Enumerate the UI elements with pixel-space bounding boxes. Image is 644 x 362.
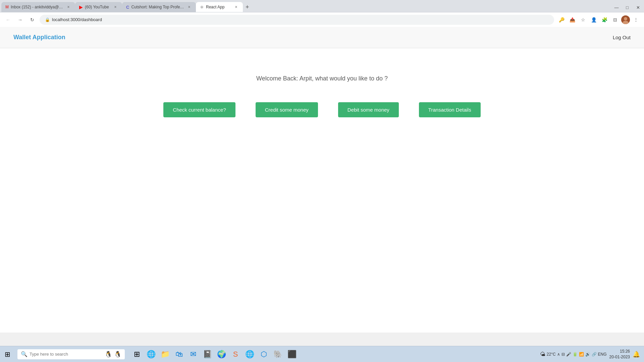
tab-youtube-close[interactable]: × [113, 4, 118, 10]
app-navbar: Wallet Application Log Out [0, 27, 644, 48]
react-favicon: ⚛ [200, 5, 204, 10]
tab-gmail[interactable]: M Inbox (152) - ankitviddya@gmai... × [1, 2, 75, 12]
language-label: ENG [598, 352, 607, 357]
window-controls: — □ ✕ [612, 3, 643, 12]
taskbar-store-icon[interactable]: 🛍 [172, 348, 186, 361]
tab-gmail-close[interactable]: × [66, 4, 71, 10]
youtube-favicon: ▶ [79, 4, 83, 10]
menu-icon[interactable]: ⋮ [631, 15, 641, 24]
key-icon[interactable]: 🔑 [557, 15, 566, 24]
tab-react-close[interactable]: × [233, 4, 239, 10]
taskview-icon[interactable]: ⊟ [561, 352, 565, 357]
date-display: 20-01-2023 [609, 354, 630, 360]
penguin-icon-2: 🐧 [114, 351, 121, 358]
chevron-up-icon[interactable]: ∧ [557, 352, 560, 357]
address-bar[interactable]: 🔒 [40, 15, 554, 25]
forward-button[interactable]: → [15, 15, 25, 24]
tab-cutshort-close[interactable]: × [186, 4, 192, 10]
taskbar-search-box[interactable]: 🔍 🐧 🐧 [17, 349, 125, 359]
mic-icon[interactable]: 🎤 [566, 352, 571, 357]
app-brand[interactable]: Wallet Application [13, 34, 65, 41]
check-balance-button[interactable]: Check current balance? [163, 102, 235, 117]
taskbar-evernote-icon[interactable]: 🐘 [271, 348, 284, 361]
tab-react-label: React App [206, 5, 231, 9]
system-clock: 15:26 20-01-2023 [609, 349, 630, 360]
temperature-label: 22°C [547, 352, 556, 357]
taskbar-sublime-icon[interactable]: S [229, 348, 242, 361]
action-buttons: Check current balance? Credit some money… [163, 102, 480, 117]
user-avatar[interactable] [621, 15, 630, 24]
taskbar-mail-icon[interactable]: ✉ [186, 348, 200, 361]
taskbar-unknown-icon[interactable]: ⬛ [285, 348, 299, 361]
maximize-button[interactable]: □ [623, 3, 632, 12]
taskbar-onenote-icon[interactable]: 📓 [201, 348, 214, 361]
sidebar-toggle-icon[interactable]: ⊟ [610, 15, 620, 24]
system-icons: 🌤 22°C ∧ ⊟ 🎤 🔋 📶 🔊 🔗 ENG [540, 351, 607, 357]
lock-icon: 🔒 [45, 17, 50, 22]
tabs-bar: M Inbox (152) - ankitviddya@gmai... × ▶ … [0, 0, 644, 12]
time-display: 15:26 [609, 349, 630, 354]
notification-icon[interactable]: 🔔 [633, 351, 640, 358]
taskbar-files-icon[interactable]: 📁 [158, 348, 172, 361]
start-button[interactable]: ⊞ [0, 346, 15, 362]
toolbar-actions: 🔑 📤 ☆ 👤 🧩 ⊟ ⋮ [557, 15, 641, 24]
star-icon[interactable]: ☆ [578, 15, 588, 24]
link-icon: 🔗 [592, 352, 597, 357]
cast-icon[interactable]: 📤 [568, 15, 577, 24]
profile-circle-icon[interactable]: 👤 [589, 15, 598, 24]
tab-cutshort[interactable]: C Cutshort: Making Top Profession... × [122, 2, 196, 12]
tab-gmail-label: Inbox (152) - ankitviddya@gmai... [11, 5, 64, 9]
wifi-icon: 📶 [579, 352, 584, 357]
taskbar-app-icons: ⊞ 🌐 📁 🛍 ✉ 📓 🌍 S 🌐 ⬡ 🐘 ⬛ [130, 348, 299, 361]
minimize-button[interactable]: — [612, 3, 621, 12]
taskbar-edge-icon[interactable]: 🌐 [144, 348, 158, 361]
debit-money-button[interactable]: Debit some money [338, 102, 399, 117]
svg-point-1 [624, 17, 627, 20]
extensions-icon[interactable]: 🧩 [600, 15, 609, 24]
taskbar-search-icon: 🔍 [21, 351, 28, 357]
back-button[interactable]: ← [3, 15, 13, 24]
url-input[interactable] [52, 17, 549, 22]
reload-button[interactable]: ↻ [28, 15, 37, 24]
close-button[interactable]: ✕ [633, 3, 643, 12]
credit-money-button[interactable]: Credit some money [256, 102, 318, 117]
address-bar-row: ← → ↻ 🔒 🔑 📤 ☆ 👤 🧩 ⊟ ⋮ [0, 12, 644, 27]
tab-youtube-label: (60) YouTube [85, 5, 111, 9]
browser-chrome: M Inbox (152) - ankitviddya@gmai... × ▶ … [0, 0, 644, 27]
taskbar-system-tray: 🌤 22°C ∧ ⊟ 🎤 🔋 📶 🔊 🔗 ENG 15:26 20-01-202… [540, 349, 644, 360]
taskbar-widgets-icon[interactable]: ⊞ [130, 348, 144, 361]
tab-youtube[interactable]: ▶ (60) YouTube × [75, 2, 122, 12]
taskbar-chrome-icon[interactable]: 🌐 [243, 348, 256, 361]
tab-cutshort-label: Cutshort: Making Top Profession... [131, 5, 184, 9]
taskbar-vscode-icon[interactable]: ⬡ [257, 348, 270, 361]
welcome-message: Welcome Back: Arpit, what would you like… [256, 75, 388, 82]
transaction-details-button[interactable]: Transaction Details [419, 102, 481, 117]
app-main: Welcome Back: Arpit, what would you like… [0, 48, 644, 117]
gmail-favicon: M [5, 5, 9, 9]
logout-button[interactable]: Log Out [613, 35, 631, 40]
new-tab-button[interactable]: + [243, 2, 252, 12]
taskbar-search-input[interactable] [30, 352, 103, 357]
tab-react[interactable]: ⚛ React App × [196, 2, 243, 12]
cutshort-favicon: C [126, 5, 129, 10]
battery-icon: 🔋 [573, 352, 578, 357]
weather-icon: 🌤 [540, 351, 545, 357]
app-container: Wallet Application Log Out Welcome Back:… [0, 27, 644, 333]
penguin-icon: 🐧 [105, 351, 112, 358]
taskbar: ⊞ 🔍 🐧 🐧 ⊞ 🌐 📁 🛍 ✉ 📓 🌍 S 🌐 ⬡ 🐘 ⬛ 🌤 22°C ∧… [0, 346, 644, 362]
volume-icon[interactable]: 🔊 [585, 352, 590, 357]
taskbar-ie-icon[interactable]: 🌍 [215, 348, 228, 361]
